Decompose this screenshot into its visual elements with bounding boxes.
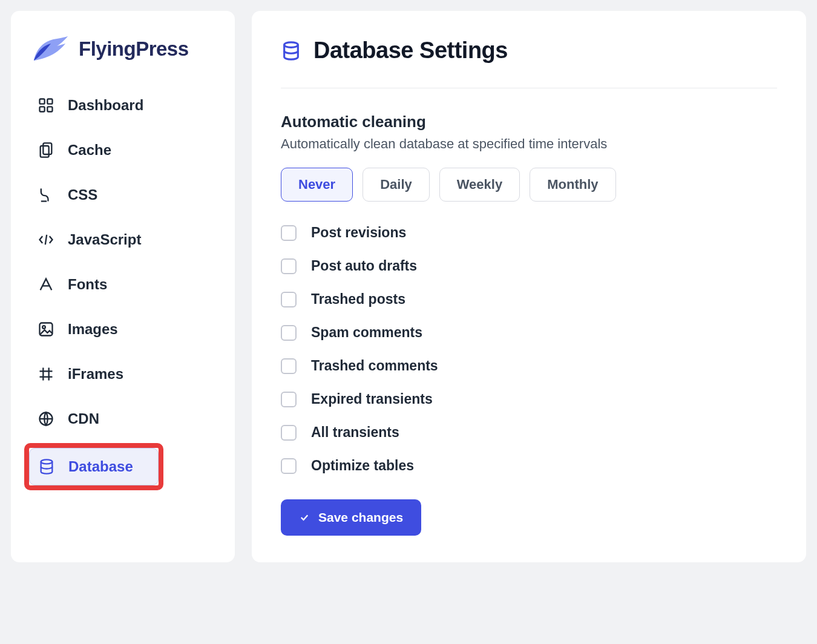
interval-option-never[interactable]: Never [281, 168, 353, 202]
option-label: Expired transients [311, 391, 433, 407]
javascript-icon [38, 231, 54, 248]
sidebar-item-label: CDN [68, 410, 99, 427]
section-description: Automatically clean database at specifie… [281, 136, 777, 152]
checkbox[interactable] [281, 358, 297, 374]
sidebar-item-label: Fonts [68, 276, 107, 293]
sidebar-item-label: iFrames [68, 366, 123, 383]
sidebar-item-label: Dashboard [68, 97, 143, 114]
images-icon [38, 321, 54, 338]
sidebar-item-label: Database [68, 458, 133, 475]
option-post-revisions: Post revisions [281, 225, 777, 241]
main-panel: Database Settings Automatic cleaning Aut… [252, 11, 806, 562]
cdn-icon [38, 410, 54, 427]
database-icon [38, 458, 55, 475]
sidebar-item-database[interactable]: Database [29, 448, 159, 485]
svg-point-7 [42, 326, 45, 329]
sidebar-nav: Dashboard Cache CSS JavaScript [28, 85, 218, 490]
fonts-icon [38, 276, 54, 293]
interval-selector: Never Daily Weekly Monthly [281, 168, 777, 202]
sidebar-item-css[interactable]: CSS [28, 174, 218, 215]
save-button[interactable]: Save changes [281, 499, 421, 536]
sidebar-item-label: JavaScript [68, 231, 141, 248]
sidebar-item-cache[interactable]: Cache [28, 130, 218, 171]
option-trashed-comments: Trashed comments [281, 358, 777, 374]
iframes-icon [38, 366, 54, 383]
svg-point-10 [284, 42, 298, 47]
flyingpress-logo-icon [33, 35, 69, 63]
brand-logo: FlyingPress [28, 35, 218, 85]
option-expired-transients: Expired transients [281, 391, 777, 407]
interval-option-monthly[interactable]: Monthly [530, 168, 615, 202]
svg-rect-4 [43, 143, 51, 154]
database-icon [281, 41, 301, 61]
option-label: Trashed posts [311, 291, 405, 307]
sidebar-item-javascript[interactable]: JavaScript [28, 219, 218, 260]
option-label: Post revisions [311, 225, 406, 241]
checkbox[interactable] [281, 325, 297, 341]
interval-option-weekly[interactable]: Weekly [439, 168, 520, 202]
checkbox[interactable] [281, 225, 297, 241]
sidebar-item-images[interactable]: Images [28, 309, 218, 350]
sidebar-item-iframes[interactable]: iFrames [28, 353, 218, 395]
page-header: Database Settings [281, 38, 777, 88]
dashboard-icon [38, 97, 54, 114]
option-label: Post auto drafts [311, 258, 417, 274]
cache-icon [38, 142, 54, 159]
checkbox[interactable] [281, 458, 297, 474]
svg-point-9 [41, 459, 53, 464]
option-optimize-tables: Optimize tables [281, 458, 777, 474]
checkbox[interactable] [281, 425, 297, 441]
svg-rect-0 [40, 99, 45, 104]
sidebar-item-fonts[interactable]: Fonts [28, 264, 218, 305]
svg-rect-2 [40, 107, 45, 111]
sidebar: FlyingPress Dashboard Cache C [11, 11, 235, 562]
option-spam-comments: Spam comments [281, 324, 777, 341]
interval-option-daily[interactable]: Daily [363, 168, 430, 202]
checkbox[interactable] [281, 392, 297, 407]
option-label: Trashed comments [311, 358, 438, 374]
option-label: Spam comments [311, 324, 422, 341]
css-icon [38, 186, 54, 203]
svg-rect-3 [47, 107, 52, 111]
brand-name: FlyingPress [79, 38, 189, 61]
option-all-transients: All transients [281, 424, 777, 441]
save-button-label: Save changes [318, 510, 403, 525]
cleaning-options: Post revisions Post auto drafts Trashed … [281, 225, 777, 474]
svg-rect-5 [41, 146, 49, 157]
svg-rect-1 [47, 99, 52, 104]
option-trashed-posts: Trashed posts [281, 291, 777, 307]
checkbox[interactable] [281, 292, 297, 307]
checkbox[interactable] [281, 258, 297, 274]
sidebar-item-dashboard[interactable]: Dashboard [28, 85, 218, 126]
option-label: Optimize tables [311, 458, 414, 474]
sidebar-item-label: CSS [68, 186, 97, 203]
option-post-auto-drafts: Post auto drafts [281, 258, 777, 274]
sidebar-item-highlight: Database [24, 443, 163, 490]
option-label: All transients [311, 424, 399, 441]
check-icon [299, 512, 310, 523]
sidebar-item-cdn[interactable]: CDN [28, 398, 218, 439]
page-title: Database Settings [313, 38, 508, 64]
sidebar-item-label: Images [68, 321, 118, 338]
section-title: Automatic cleaning [281, 113, 777, 131]
sidebar-item-label: Cache [68, 142, 111, 159]
